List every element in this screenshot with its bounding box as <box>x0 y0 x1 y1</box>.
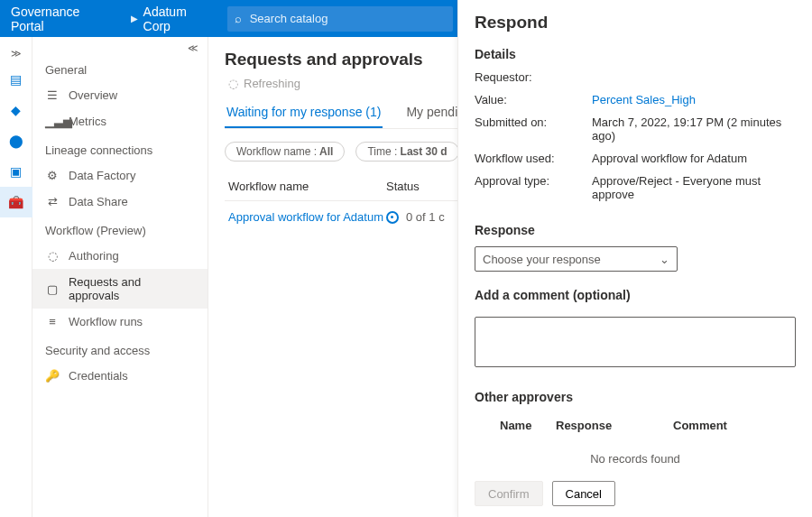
panel-title: Respond <box>475 13 796 32</box>
side-nav: ≪ General ☰Overview ▁▃▅Metrics Lineage c… <box>32 37 208 517</box>
rail-item-management[interactable]: 🧰 <box>0 187 32 217</box>
inbox-icon: ▢ <box>45 282 60 296</box>
comment-textarea[interactable] <box>475 317 796 367</box>
row-status: 0 of 1 c <box>386 210 445 224</box>
runs-icon: ≡ <box>45 315 60 328</box>
requestor-label: Requestor: <box>475 70 592 84</box>
nav-metrics[interactable]: ▁▃▅Metrics <box>32 108 208 134</box>
respond-panel: Respond Details Requestor: Value:Percent… <box>457 0 812 517</box>
bar-chart-icon: ▁▃▅ <box>45 115 60 128</box>
col-workflow[interactable]: Workflow name <box>228 180 386 193</box>
brand-title[interactable]: Governance Portal <box>0 5 125 33</box>
approvers-col-name: Name <box>475 419 556 432</box>
nav-data-share[interactable]: ⇄Data Share <box>32 189 208 215</box>
nav-workflow-runs[interactable]: ≡Workflow runs <box>32 309 208 335</box>
workflow-value: Approval workflow for Adatum <box>592 152 796 165</box>
search-icon: ⌕ <box>227 12 250 25</box>
factory-icon: ⚙ <box>45 169 60 182</box>
details-heading: Details <box>475 47 796 61</box>
approvers-heading: Other approvers <box>475 390 796 404</box>
submitted-label: Submitted on: <box>475 115 592 143</box>
tab-waiting[interactable]: Waiting for my response (1) <box>225 97 383 128</box>
workflow-label: Workflow used: <box>475 152 592 165</box>
approvaltype-label: Approval type: <box>475 174 592 201</box>
search-input[interactable] <box>250 12 453 25</box>
nav-data-factory[interactable]: ⚙Data Factory <box>32 162 208 189</box>
key-icon: 🔑 <box>45 369 60 383</box>
approvaltype-value: Approve/Reject - Everyone must approve <box>592 174 796 201</box>
status-progress-icon <box>386 211 399 224</box>
search-box[interactable]: ⌕ <box>227 6 453 32</box>
row-workflow-link[interactable]: Approval workflow for Adatum <box>228 210 386 224</box>
cancel-button[interactable]: Cancel <box>552 481 615 506</box>
chevron-down-icon: ⌄ <box>660 253 669 266</box>
nav-section-workflow: Workflow (Preview) <box>32 215 208 243</box>
confirm-button: Confirm <box>475 481 543 506</box>
collapse-nav-icon[interactable]: ≪ <box>32 42 208 54</box>
approvers-col-response: Response <box>556 419 673 432</box>
col-status[interactable]: Status <box>386 180 420 193</box>
share-icon: ⇄ <box>45 195 60 208</box>
no-records-text: No records found <box>475 438 796 480</box>
nav-credentials[interactable]: 🔑Credentials <box>32 363 208 389</box>
response-heading: Response <box>475 223 796 237</box>
nav-section-general: General <box>32 54 208 82</box>
rail-item-policy[interactable]: ▣ <box>0 156 32 187</box>
response-select[interactable]: Choose your response ⌄ <box>475 246 678 272</box>
approvers-col-comment: Comment <box>673 419 796 432</box>
submitted-value: March 7, 2022, 19:17 PM (2 minutes ago) <box>592 115 796 143</box>
filter-workflow[interactable]: Workflow name : All <box>225 142 345 162</box>
response-placeholder: Choose your response <box>483 253 601 266</box>
flow-icon: ◌ <box>45 249 60 263</box>
comment-heading: Add a comment (optional) <box>475 288 796 302</box>
breadcrumb-org[interactable]: Adatum Corp <box>143 5 217 33</box>
rail-item-insights[interactable]: ⬤ <box>0 125 32 156</box>
list-icon: ☰ <box>45 88 60 102</box>
value-label: Value: <box>475 93 592 106</box>
value-link[interactable]: Percent Sales_High <box>592 93 796 106</box>
rail-item-data[interactable]: ▤ <box>0 64 32 95</box>
rail-item-map[interactable]: ◆ <box>0 95 32 125</box>
nav-authoring[interactable]: ◌Authoring <box>32 243 208 269</box>
nav-overview[interactable]: ☰Overview <box>32 82 208 108</box>
approvers-header: Name Response Comment <box>475 413 796 438</box>
nav-section-security: Security and access <box>32 335 208 363</box>
chevron-right-icon: ▶ <box>131 14 138 23</box>
spinner-icon: ◌ <box>228 77 238 90</box>
requestor-value <box>592 70 796 84</box>
nav-requests[interactable]: ▢Requests and approvals <box>32 269 208 309</box>
expand-rail-icon[interactable]: ≫ <box>11 42 22 64</box>
nav-section-lineage: Lineage connections <box>32 134 208 162</box>
filter-time[interactable]: Time : Last 30 d <box>355 142 458 162</box>
left-rail: ≫ ▤ ◆ ⬤ ▣ 🧰 <box>0 37 32 517</box>
